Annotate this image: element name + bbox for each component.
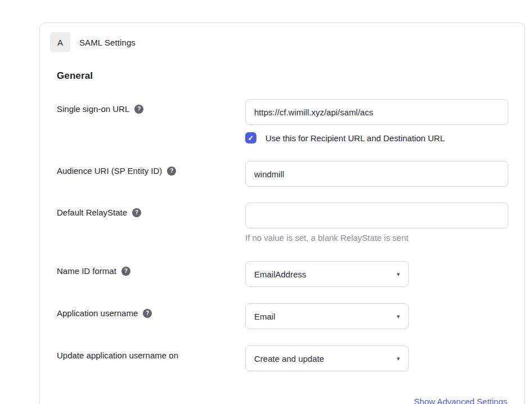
card-title: SAML Settings	[79, 38, 136, 47]
audience-uri-label-text: Audience URI (SP Entity ID)	[57, 166, 162, 176]
name-id-format-select-value: EmailAddress	[254, 270, 306, 279]
name-id-format-label-text: Name ID format	[57, 266, 116, 276]
section-badge: A	[50, 32, 70, 52]
application-username-select-value: Email	[254, 312, 276, 321]
form-row-update-username: Update application username on Create an…	[57, 345, 507, 371]
name-id-format-help-icon[interactable]: ?	[121, 267, 130, 276]
form-row-audience: Audience URI (SP Entity ID) ?	[57, 161, 507, 187]
application-username-label-text: Application username	[57, 308, 138, 318]
relaystate-label: Default RelayState ?	[57, 203, 245, 217]
application-username-help-icon[interactable]: ?	[143, 309, 152, 318]
name-id-format-label: Name ID format ?	[57, 261, 245, 276]
sso-url-label: Single sign-on URL ?	[57, 99, 245, 114]
form-row-sso: Single sign-on URL ? ✓ Use this for Reci…	[57, 99, 507, 143]
relaystate-control: If no value is set, a blank RelayState i…	[245, 203, 508, 243]
sso-url-input[interactable]	[245, 99, 508, 125]
update-username-label: Update application username on	[57, 345, 245, 360]
general-heading: General	[57, 70, 507, 82]
update-username-select-value: Create and update	[254, 354, 324, 363]
show-advanced-settings-link[interactable]: Show Advanced Settings	[414, 397, 507, 404]
application-username-select[interactable]: Email ▾	[245, 303, 409, 329]
saml-settings-form: Single sign-on URL ? ✓ Use this for Reci…	[57, 99, 507, 404]
saml-settings-card: A SAML Settings General Single sign-on U…	[39, 23, 525, 404]
use-for-recipient-checkbox[interactable]: ✓	[245, 132, 256, 143]
relaystate-hint: If no value is set, a blank RelayState i…	[245, 233, 508, 243]
form-row-app-username: Application username ? Email ▾	[57, 303, 507, 329]
relaystate-label-text: Default RelayState	[57, 208, 127, 217]
audience-uri-input[interactable]	[245, 161, 508, 187]
update-username-select[interactable]: Create and update ▾	[245, 345, 409, 371]
caret-down-icon: ▾	[396, 356, 400, 362]
audience-uri-help-icon[interactable]: ?	[167, 167, 176, 176]
form-row-relaystate: Default RelayState ? If no value is set,…	[57, 203, 507, 243]
update-username-label-text: Update application username on	[57, 351, 178, 360]
footer-row: Show Advanced Settings	[57, 397, 507, 404]
sso-url-help-icon[interactable]: ?	[134, 105, 143, 114]
relaystate-help-icon[interactable]: ?	[132, 208, 141, 217]
caret-down-icon: ▾	[396, 271, 400, 277]
audience-uri-label: Audience URI (SP Entity ID) ?	[57, 161, 245, 176]
name-id-format-select[interactable]: EmailAddress ▾	[245, 261, 409, 287]
application-username-label: Application username ?	[57, 303, 245, 318]
sso-checkbox-row: ✓ Use this for Recipient URL and Destina…	[245, 132, 508, 143]
relaystate-input[interactable]	[245, 203, 508, 228]
sso-url-label-text: Single sign-on URL	[57, 104, 129, 114]
use-for-recipient-checkbox-label[interactable]: Use this for Recipient URL and Destinati…	[265, 133, 445, 143]
form-row-nameid: Name ID format ? EmailAddress ▾	[57, 261, 507, 287]
sso-url-control: ✓ Use this for Recipient URL and Destina…	[245, 99, 508, 143]
card-header: A SAML Settings	[50, 32, 507, 52]
audience-uri-control	[245, 161, 508, 187]
caret-down-icon: ▾	[396, 313, 400, 320]
